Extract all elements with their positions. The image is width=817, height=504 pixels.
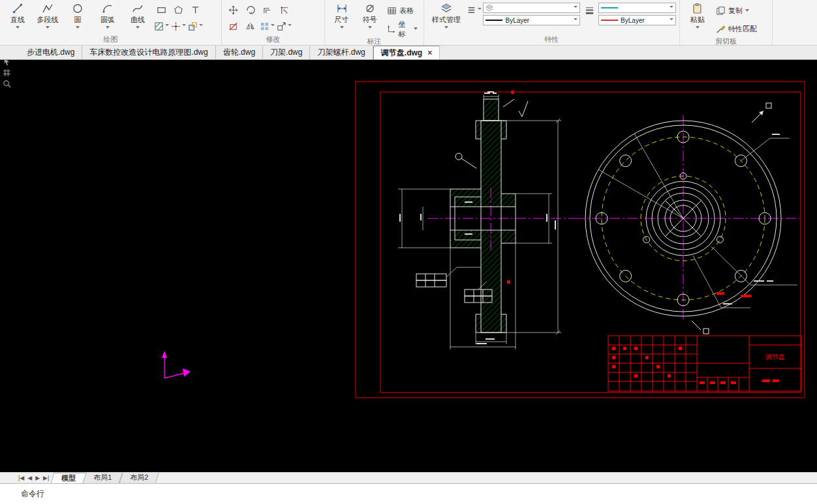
hatch-button[interactable] <box>153 18 169 34</box>
move-icon <box>228 5 238 15</box>
coordinate-button[interactable]: 坐标 <box>384 21 420 37</box>
offset-button[interactable] <box>259 2 275 18</box>
layers-icon <box>486 4 493 12</box>
style-manager-label: 样式管理 <box>432 15 461 25</box>
lineweight-icon <box>585 5 594 15</box>
line-preview <box>486 20 502 21</box>
scale-button[interactable] <box>276 18 292 34</box>
layer-combo[interactable] <box>483 3 580 13</box>
circle-button-label: 圆 <box>74 15 82 25</box>
chevron-down-icon <box>574 6 578 10</box>
point-icon <box>171 22 181 31</box>
sheet-frame <box>356 82 805 398</box>
drawing-canvas[interactable]: 调节盘 <box>0 60 817 472</box>
text-icon <box>191 5 200 15</box>
chevron-down-icon <box>106 26 110 31</box>
chevron-down-icon <box>182 24 186 28</box>
chevron-down-icon <box>340 26 344 31</box>
ribbon-group-label-modify: 修改 <box>222 35 324 45</box>
chevron-down-icon <box>288 24 292 28</box>
rectangle-button[interactable] <box>153 2 169 18</box>
scale-icon <box>277 22 286 31</box>
symbol-button[interactable]: 符号 <box>356 1 383 34</box>
chevron-down-icon <box>670 18 673 22</box>
color-combo-value: ByLayer <box>505 17 571 24</box>
trim-button[interactable] <box>276 2 292 18</box>
line-button-label: 直线 <box>10 15 25 25</box>
tab-model-label: 模型 <box>61 473 76 483</box>
move-button[interactable] <box>225 2 241 18</box>
list-icon <box>467 5 476 15</box>
layer-controls: ByLayer <box>483 1 580 25</box>
erase-button[interactable] <box>225 18 241 34</box>
chevron-down-icon <box>696 26 700 31</box>
erase-icon <box>228 22 238 31</box>
line-icon <box>12 3 23 14</box>
doc-tab-tool-post[interactable]: 刀架.dwg <box>263 46 310 59</box>
object-properties-button[interactable] <box>466 2 482 18</box>
chevron-down-icon <box>271 24 275 28</box>
array-button[interactable] <box>259 18 275 34</box>
properties-list-tool <box>466 1 482 35</box>
rectangle-icon <box>157 5 166 15</box>
doc-tab-gear[interactable]: 齿轮.dwg <box>216 46 263 59</box>
style-manager-button[interactable]: 样式管理 <box>427 1 465 34</box>
command-line-label: 命令行 <box>21 488 44 499</box>
color-combo[interactable]: ByLayer <box>483 15 580 25</box>
rotate-button[interactable] <box>242 2 258 18</box>
curve-button[interactable]: 曲线 <box>123 1 152 34</box>
polygon-button[interactable] <box>170 2 186 18</box>
table-button[interactable]: 表格 <box>384 3 420 19</box>
doc-tab-stepper-motor[interactable]: 步进电机.dwg <box>20 46 82 59</box>
lineweight-tool <box>581 1 597 35</box>
cad-drawing: 调节盘 <box>0 60 817 472</box>
linetype-controls: ByLayer <box>598 1 676 25</box>
next-tab-button[interactable]: ▶ <box>35 475 40 481</box>
arc-button[interactable]: 圆弧 <box>93 1 122 34</box>
first-tab-button[interactable]: |◀ <box>18 475 24 481</box>
chevron-down-icon <box>46 26 50 31</box>
linetype-combo[interactable]: ByLayer <box>598 15 676 25</box>
tab-layout2-label: 布局2 <box>130 473 148 482</box>
doc-tab-lathe-circuit[interactable]: 车床数控改造设计电路原理图.dwg <box>82 46 215 59</box>
match-properties-icon <box>716 24 726 34</box>
paste-button[interactable]: 粘贴 <box>683 1 712 34</box>
draw-group-buttons: 直线 多段线 圆 圆弧 <box>0 0 221 35</box>
draw-extra-tools <box>153 1 203 35</box>
tab-layout1[interactable]: 布局1 <box>83 473 123 484</box>
polyline-button[interactable]: 多段线 <box>33 1 62 34</box>
block-icon <box>188 22 198 31</box>
rotate-icon <box>245 5 255 15</box>
tab-layout2[interactable]: 布局2 <box>119 473 159 484</box>
ribbon: 直线 多段线 圆 圆弧 <box>0 0 817 46</box>
point-button[interactable] <box>170 18 186 34</box>
lineweight-button[interactable] <box>581 2 597 18</box>
chevron-down-icon <box>16 26 20 31</box>
circle-icon <box>72 3 84 14</box>
tab-layout1-label: 布局1 <box>94 473 112 482</box>
tab-model[interactable]: 模型 <box>51 473 87 484</box>
close-tab-icon[interactable]: × <box>427 49 432 57</box>
copy-button[interactable]: 复制 <box>713 3 760 19</box>
match-properties-button[interactable]: 特性匹配 <box>713 21 760 37</box>
mirror-button[interactable] <box>242 18 258 34</box>
properties-group-buttons: 样式管理 ByLayer <box>424 0 679 35</box>
command-line[interactable]: 命令行 <box>0 483 817 504</box>
ribbon-group-label-clipboard: 剪切板 <box>680 37 772 46</box>
section-view <box>398 91 574 349</box>
last-tab-button[interactable]: ▶| <box>43 475 49 481</box>
block-button[interactable] <box>187 18 203 34</box>
linestyle-combo[interactable] <box>598 3 676 13</box>
chevron-down-icon <box>76 26 80 31</box>
doc-tab-tool-post-screw[interactable]: 刀架螺杆.dwg <box>310 46 373 59</box>
doc-tab-label: 刀架螺杆.dwg <box>317 47 365 58</box>
dimension-button[interactable]: 尺寸 <box>328 1 355 34</box>
line-preview <box>601 7 618 8</box>
prev-tab-button[interactable]: ◀ <box>27 475 32 481</box>
text-button[interactable] <box>187 2 203 18</box>
chevron-down-icon <box>574 18 578 22</box>
ucs-icon <box>162 351 191 378</box>
line-button[interactable]: 直线 <box>3 1 32 34</box>
circle-button[interactable]: 圆 <box>63 1 92 34</box>
doc-tab-adjusting-disc-active[interactable]: 调节盘.dwg × <box>373 46 440 59</box>
